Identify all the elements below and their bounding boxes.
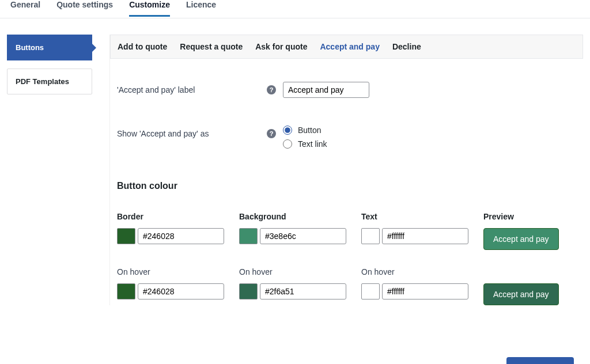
color-grid: Border Background Text bbox=[110, 212, 583, 305]
radio-label-text-link: Text link bbox=[298, 139, 327, 149]
sub-tab-decline[interactable]: Decline bbox=[392, 42, 421, 51]
radio-text-link[interactable] bbox=[283, 139, 292, 149]
swatch-background-hover[interactable] bbox=[239, 283, 258, 299]
section-title-button-colour: Button colour bbox=[110, 181, 583, 191]
swatch-border-hover[interactable] bbox=[117, 283, 135, 299]
col-head-background: Background bbox=[239, 212, 361, 221]
swatch-border[interactable] bbox=[117, 228, 135, 244]
input-border-hex[interactable] bbox=[138, 228, 224, 244]
tab-quote-settings[interactable]: Quote settings bbox=[56, 0, 113, 15]
preview-hover-spacer bbox=[483, 267, 576, 276]
swatch-background[interactable] bbox=[239, 228, 258, 244]
input-text-hex[interactable] bbox=[382, 228, 468, 244]
input-background-hover-hex[interactable] bbox=[260, 283, 346, 299]
radio-label-button: Button bbox=[298, 126, 321, 135]
help-icon[interactable]: ? bbox=[267, 85, 276, 94]
label-on-hover-text: On hover bbox=[361, 267, 483, 276]
radio-button[interactable] bbox=[283, 126, 292, 135]
row-accept-pay-label: 'Accept and pay' label ? bbox=[110, 82, 583, 98]
swatch-text-hover[interactable] bbox=[361, 283, 380, 299]
save-row: Save changes bbox=[506, 357, 574, 364]
swatch-text[interactable] bbox=[361, 228, 380, 244]
main-panel: Add to quote Request a quote Ask for quo… bbox=[109, 35, 583, 305]
label-on-hover-border: On hover bbox=[117, 267, 239, 276]
sidebar: Buttons PDF Templates bbox=[7, 35, 92, 305]
help-icon[interactable]: ? bbox=[267, 129, 276, 138]
label-accept-pay-label: 'Accept and pay' label bbox=[117, 82, 267, 94]
preview-button-hover: Accept and pay bbox=[483, 283, 559, 305]
save-button[interactable]: Save changes bbox=[506, 357, 574, 364]
sub-tab-add-to-quote[interactable]: Add to quote bbox=[118, 42, 167, 51]
col-head-border: Border bbox=[117, 212, 239, 221]
col-head-preview: Preview bbox=[483, 212, 576, 221]
radio-option-text-link[interactable]: Text link bbox=[283, 139, 576, 149]
sub-tab-ask-for-quote[interactable]: Ask for quote bbox=[255, 42, 307, 51]
input-background-hex[interactable] bbox=[260, 228, 346, 244]
col-head-text: Text bbox=[361, 212, 483, 221]
layout: Buttons PDF Templates Add to quote Reque… bbox=[0, 18, 590, 305]
label-show-as: Show 'Accept and pay' as bbox=[117, 126, 267, 138]
row-show-as: Show 'Accept and pay' as ? Button Text l… bbox=[110, 126, 583, 153]
tab-general[interactable]: General bbox=[10, 0, 40, 15]
sub-tab-request-quote[interactable]: Request a quote bbox=[180, 42, 243, 51]
input-text-hover-hex[interactable] bbox=[382, 283, 468, 299]
input-border-hover-hex[interactable] bbox=[138, 283, 224, 299]
sub-tabs: Add to quote Request a quote Ask for quo… bbox=[110, 35, 583, 59]
sub-tab-accept-and-pay[interactable]: Accept and pay bbox=[320, 42, 379, 51]
sidebar-item-buttons[interactable]: Buttons bbox=[7, 35, 92, 60]
preview-button-normal: Accept and pay bbox=[483, 228, 559, 250]
radio-option-button[interactable]: Button bbox=[283, 126, 576, 135]
tab-customize[interactable]: Customize bbox=[129, 0, 170, 17]
tab-licence[interactable]: Licence bbox=[186, 0, 216, 15]
sidebar-item-pdf-templates[interactable]: PDF Templates bbox=[7, 69, 92, 94]
label-on-hover-bg: On hover bbox=[239, 267, 361, 276]
input-accept-pay-label[interactable] bbox=[283, 82, 369, 98]
top-tabs: General Quote settings Customize Licence bbox=[0, 0, 590, 18]
